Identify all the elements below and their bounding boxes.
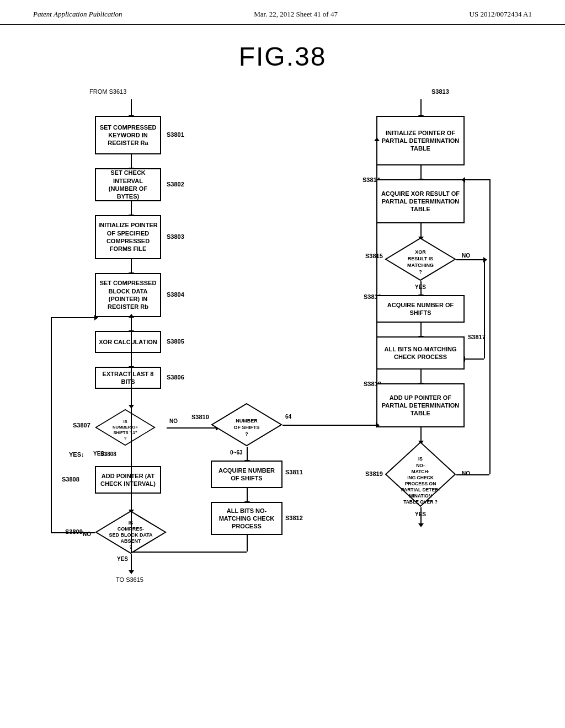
svg-text:MATCH-: MATCH- <box>412 469 430 474</box>
box-s3816: ACQUIRE NUMBER OF SHIFTS <box>376 295 465 323</box>
from-label: FROM S3613 <box>89 88 126 95</box>
arrow-s3809-no-h <box>51 532 95 533</box>
svg-text:MINATION: MINATION <box>409 493 431 499</box>
label-s3805: S3805 <box>167 338 184 345</box>
no-label-s3815: NO <box>462 253 470 259</box>
box-s3811: ACQUIRE NUMBER OF SHIFTS <box>211 461 282 488</box>
svg-text:PROCESS ON: PROCESS ON <box>405 481 436 486</box>
box-s3814: ACQUIRE XOR RESULT OF PARTIAL DETERMINAT… <box>376 179 465 223</box>
svg-text:NO-: NO- <box>416 463 425 468</box>
label-s3812: S3812 <box>285 515 303 521</box>
label-s3802: S3802 <box>167 181 184 188</box>
label-s3801: S3801 <box>167 131 184 138</box>
svg-text:OF SHIFTS: OF SHIFTS <box>234 425 260 430</box>
arrow-s3801-s3802 <box>131 154 132 168</box>
arrow-s3802-s3803 <box>131 201 132 215</box>
svg-text:ING CHECK: ING CHECK <box>407 475 434 480</box>
diamond-s3819: IS NO- MATCH- ING CHECK PROCESS ON PARTI… <box>385 441 456 507</box>
diamond-s3807: IS NUMBER OF SHIFTS "-1" ? <box>95 405 156 449</box>
arrow-s3813-top <box>420 99 422 116</box>
label-s3819: S3819 <box>365 470 383 477</box>
diagram-container: FROM S3613 SET COMPRESSED KEYWORD IN REG… <box>34 83 531 689</box>
arrow-s3810-64-up <box>376 141 377 425</box>
svg-text:TABLE OVER ?: TABLE OVER ? <box>403 499 438 505</box>
label-s3817: S3817 <box>468 334 486 340</box>
arrow-s3809-no-v <box>51 317 52 532</box>
no-label-s3807: NO <box>169 418 178 424</box>
to-label: TO S3615 <box>116 576 143 583</box>
arrow-s3814-s3815 <box>420 223 422 237</box>
svg-text:PARTIAL DETER-: PARTIAL DETER- <box>401 487 440 493</box>
label-s3808: S3808 <box>62 476 79 483</box>
yes-arrow-s3807: YES↓ <box>93 451 107 457</box>
arrow-s3819-no-v <box>489 179 491 474</box>
label-s3803: S3803 <box>167 233 184 240</box>
svg-text:?: ? <box>245 431 248 437</box>
svg-text:XOR: XOR <box>415 249 426 255</box>
label-s3813-top: S3813 <box>431 88 449 95</box>
header-right: US 2012/0072434 A1 <box>470 10 532 19</box>
arrow-s3810-0-63 <box>247 447 248 461</box>
label-0-63: 0~63 <box>230 449 243 456</box>
arrow-s3819-no-h <box>456 474 489 475</box>
diamond-s3810: NUMBER OF SHIFTS ? <box>211 403 282 447</box>
arrow-s3815-no-back <box>465 358 484 360</box>
arrow-s3803-s3804 <box>131 259 132 273</box>
arrow-s3819-no-back <box>465 179 489 180</box>
label-s3807: S3807 <box>73 422 90 429</box>
box-s3806: EXTRACT LAST 8 BITS <box>95 367 161 389</box>
arrow-s3811-s3812 <box>247 488 248 502</box>
arrow-s3807-no <box>167 427 216 429</box>
arrow-s3812-up <box>131 317 132 552</box>
label-s3806: S3806 <box>167 374 184 381</box>
arrow-from-s3613 <box>131 99 132 116</box>
yes-label-s3809: YES <box>117 556 128 562</box>
box-s3812: ALL BITS NO-MATCHING CHECK PROCESS <box>211 502 282 535</box>
header-center: Mar. 22, 2012 Sheet 41 of 47 <box>254 10 338 19</box>
arrow-s3815-no-right <box>456 259 484 260</box>
label-s3810: S3810 <box>191 414 209 420</box>
arrow-s3810-64-right <box>282 425 376 426</box>
header-left: Patent Application Publication <box>33 10 122 19</box>
diamond-s3815: XOR RESULT IS MATCHING ? <box>385 237 456 281</box>
svg-text:?: ? <box>124 436 127 441</box>
svg-text:RESULT IS: RESULT IS <box>408 256 433 261</box>
arrow-s3813-s3814 <box>420 165 422 179</box>
box-s3801: SET COMPRESSED KEYWORD IN REGISTER Ra <box>95 116 161 154</box>
box-s3805: XOR CALCULATION <box>95 331 161 353</box>
arrow-s3812-left <box>131 552 247 553</box>
box-s3808: ADD POINTER (AT CHECK INTERVAL) <box>95 466 161 494</box>
figure-title: FIG.38 <box>0 41 565 72</box>
label-s3808-yes: YES↓ <box>69 451 84 458</box>
label-s3815: S3815 <box>365 253 383 259</box>
svg-text:NUMBER: NUMBER <box>236 418 258 424</box>
arrow-s3809-no-back <box>51 317 95 318</box>
box-s3802: SET CHECK INTERVAL (NUMBER OF BYTES) <box>95 168 161 201</box>
svg-text:IS: IS <box>418 456 423 462</box>
box-s3803: INITIALIZE POINTER OF SPECIFIED COMPRESS… <box>95 215 161 259</box>
arrow-s3816-s3817 <box>420 323 422 336</box>
arrow-s3815-no-down <box>484 259 485 358</box>
svg-text:SHIFTS "-1": SHIFTS "-1" <box>113 430 137 435</box>
arrow-s3817-s3818 <box>420 370 422 383</box>
box-s3813: INITIALIZE POINTER OF PARTIAL DETERMINAT… <box>376 116 465 165</box>
svg-text:?: ? <box>419 269 422 275</box>
no-label-s3819: NO <box>462 470 470 477</box>
arrow-s3819-yes <box>420 507 422 524</box>
svg-text:NUMBER OF: NUMBER OF <box>113 425 138 430</box>
svg-text:IS: IS <box>123 419 127 424</box>
svg-text:MATCHING: MATCHING <box>407 263 434 268</box>
box-s3817: ALL BITS NO-MATCHING CHECK PROCESS <box>376 336 465 370</box>
arrow-s3809-yes <box>131 554 132 571</box>
label-s3804: S3804 <box>167 291 184 298</box>
arrow-s3818-s3819 <box>420 427 422 441</box>
label-s3811: S3811 <box>285 469 303 475</box>
box-s3804: SET COMPRESSED BLOCK DATA (POINTER) IN R… <box>95 273 161 317</box>
label-64: 64 <box>285 414 291 420</box>
box-s3818: ADD UP POINTER OF PARTIAL DETERMINATION … <box>376 383 465 427</box>
arrow-s3815-yes <box>420 281 422 295</box>
label-s3809: S3809 <box>65 528 83 535</box>
arrow-s3812-down <box>247 535 248 552</box>
page-header: Patent Application Publication Mar. 22, … <box>0 0 565 25</box>
